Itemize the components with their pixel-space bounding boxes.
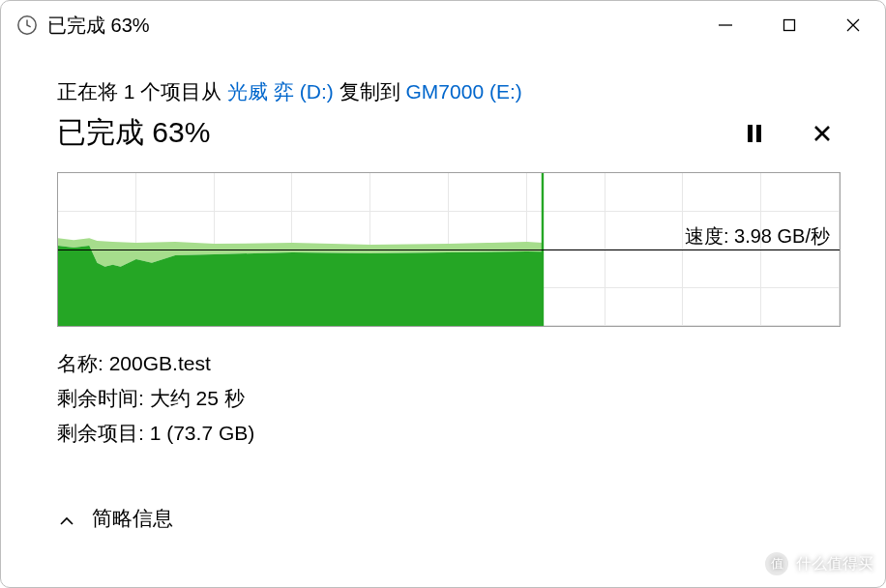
svg-rect-4 [756,125,761,142]
detail-name: 名称: 200GB.test [57,346,841,381]
dest-drive-link[interactable]: GM7000 (E:) [406,80,522,103]
progress-headline: 已完成 63% [57,113,740,153]
watermark: 值 什么值得买 [763,550,873,577]
watermark-text: 什么值得买 [796,554,873,574]
window-controls [694,1,885,49]
toggle-details-label: 简略信息 [92,505,173,532]
toggle-details[interactable]: 简略信息 [57,505,841,532]
copy-mid: 复制到 [334,80,406,103]
detail-remaining-time: 剩余时间: 大约 25 秒 [57,381,841,416]
window-title: 已完成 63% [47,13,694,39]
cancel-button[interactable] [808,119,837,148]
copy-description: 正在将 1 个项目从 光威 弈 (D:) 复制到 GM7000 (E:) [57,76,841,107]
detail-remaining-items: 剩余项目: 1 (73.7 GB) [57,416,841,451]
detail-items-label: 剩余项目: [57,422,144,444]
source-drive-link[interactable]: 光威 弈 (D:) [227,80,334,103]
maximize-button[interactable] [757,1,821,49]
titlebar: 已完成 63% [1,1,885,49]
chevron-up-icon [59,511,74,526]
detail-time-value: 大约 25 秒 [150,387,245,409]
speed-label: 速度: 3.98 GB/秒 [683,223,832,250]
details-block: 名称: 200GB.test 剩余时间: 大约 25 秒 剩余项目: 1 (73… [57,346,841,451]
svg-rect-2 [784,20,795,31]
dialog-content: 正在将 1 个项目从 光威 弈 (D:) 复制到 GM7000 (E:) 已完成… [1,49,885,532]
speed-indicator-line [58,250,840,250]
detail-name-value: 200GB.test [109,352,211,374]
watermark-badge: 值 [763,550,790,577]
copy-prefix: 正在将 1 个项目从 [57,80,227,103]
detail-name-label: 名称: [57,352,103,374]
file-copy-dialog: 已完成 63% 正在将 1 个项目从 光威 弈 (D:) 复制到 GM7000 … [0,0,886,588]
speed-chart: 速度: 3.98 GB/秒 [57,172,841,327]
pause-button[interactable] [740,119,769,148]
clock-icon [16,15,38,36]
close-button[interactable] [821,1,885,49]
svg-rect-3 [748,125,753,142]
minimize-button[interactable] [694,1,757,49]
detail-items-value: 1 (73.7 GB) [150,422,255,444]
detail-time-label: 剩余时间: [57,387,144,409]
